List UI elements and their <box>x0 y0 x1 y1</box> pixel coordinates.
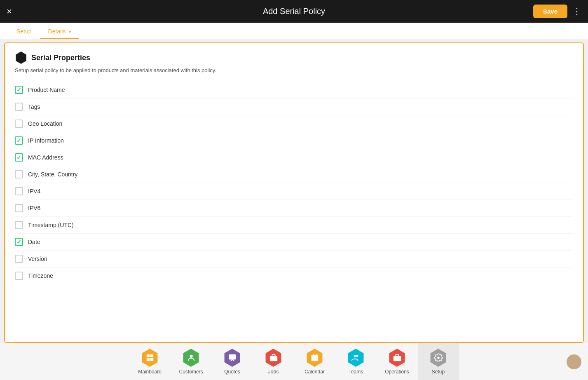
checkmark-icon: ✓ <box>16 137 21 144</box>
checkbox-mac_address[interactable]: ✓ <box>15 153 23 162</box>
checkbox-label-tags: Tags <box>28 103 40 110</box>
nav-item-teams[interactable]: Teams <box>335 343 377 380</box>
checkbox-label-timezone: Timezone <box>28 272 53 279</box>
checkmark-icon: ✓ <box>16 154 21 161</box>
nav-item-operations[interactable]: Operations <box>377 343 418 380</box>
checkbox-label-ipv6: IPV6 <box>28 205 40 211</box>
svg-rect-5 <box>229 354 236 360</box>
checkbox-timezone[interactable] <box>15 272 23 280</box>
checkbox-ipv6[interactable] <box>15 204 23 212</box>
top-bar-actions: Save ⋮ <box>533 5 581 18</box>
operations-icon <box>388 349 406 367</box>
nav-item-quotes[interactable]: Quotes <box>212 343 253 380</box>
customers-icon <box>182 349 200 367</box>
checkbox-row-timestamp_utc: Timestamp (UTC) <box>15 217 573 234</box>
checkbox-product_name[interactable]: ✓ <box>15 86 23 94</box>
checkbox-label-date: Date <box>28 239 40 245</box>
chevron-down-icon: ▾ <box>69 30 71 34</box>
nav-label-jobs: Jobs <box>268 369 279 375</box>
teams-icon <box>347 349 365 367</box>
nav-label-calendar: Calendar <box>305 369 325 375</box>
svg-point-16 <box>437 357 440 359</box>
svg-rect-7 <box>311 355 318 361</box>
quotes-icon <box>223 349 241 367</box>
checkbox-label-city_state_country: City, State, Country <box>28 171 77 178</box>
checkbox-tags[interactable] <box>15 103 23 111</box>
checkbox-label-ip_information: IP Information <box>28 137 64 144</box>
page-title: Add Serial Policy <box>263 7 325 16</box>
checkbox-row-version: Version <box>15 251 573 267</box>
checkmark-icon: ✓ <box>16 239 21 245</box>
checkbox-geo_location[interactable] <box>15 120 23 128</box>
jobs-icon <box>265 349 283 367</box>
calendar-icon <box>306 349 324 367</box>
section-header: Serial Properties <box>15 52 573 64</box>
more-options-button[interactable]: ⋮ <box>572 6 581 17</box>
tab-setup[interactable]: Setup <box>8 25 40 39</box>
svg-rect-1 <box>150 354 153 357</box>
checkbox-row-product_name: ✓Product Name <box>15 82 573 99</box>
checkbox-city_state_country[interactable] <box>15 170 23 178</box>
section-description: Setup serial policy to be applied to pro… <box>15 67 573 73</box>
checkbox-label-mac_address: MAC Address <box>28 154 63 161</box>
svg-point-4 <box>190 355 192 358</box>
checkbox-row-ip_information: ✓IP Information <box>15 132 573 149</box>
tabs-bar: Setup Details ▾ <box>0 23 588 39</box>
svg-rect-3 <box>150 358 153 361</box>
svg-point-11 <box>354 355 356 357</box>
checkbox-label-version: Version <box>28 256 47 262</box>
content-card: Serial Properties Setup serial policy to… <box>4 42 584 343</box>
nav-item-customers[interactable]: Customers <box>171 343 212 380</box>
checkbox-list: ✓Product NameTagsGeo Location✓IP Informa… <box>15 82 573 284</box>
checkbox-label-geo_location: Geo Location <box>28 120 62 127</box>
nav-label-operations: Operations <box>385 369 409 375</box>
checkbox-row-tags: Tags <box>15 99 573 115</box>
checkbox-timestamp_utc[interactable] <box>15 221 23 229</box>
mainboard-icon <box>141 349 159 367</box>
checkbox-ipv4[interactable] <box>15 187 23 195</box>
main-area: Serial Properties Setup serial policy to… <box>0 39 588 343</box>
svg-rect-0 <box>146 354 149 357</box>
close-button[interactable]: × <box>7 7 12 16</box>
checkbox-date[interactable]: ✓ <box>15 238 23 246</box>
section-title: Serial Properties <box>31 54 90 62</box>
nav-label-mainboard: Mainboard <box>138 369 162 375</box>
nav-label-setup: Setup <box>432 369 445 375</box>
svg-rect-2 <box>146 358 149 361</box>
nav-item-jobs[interactable]: Jobs <box>253 343 294 380</box>
save-button[interactable]: Save <box>533 5 567 18</box>
bottom-nav: MainboardCustomersQuotesJobsCalendarTeam… <box>0 343 588 380</box>
checkbox-row-mac_address: ✓MAC Address <box>15 149 573 166</box>
tab-details[interactable]: Details ▾ <box>40 25 80 39</box>
checkbox-row-ipv6: IPV6 <box>15 200 573 217</box>
nav-item-calendar[interactable]: Calendar <box>294 343 335 380</box>
nav-item-setup[interactable]: Setup <box>418 343 459 380</box>
checkbox-row-timezone: Timezone <box>15 267 573 284</box>
avatar <box>567 354 581 369</box>
checkbox-version[interactable] <box>15 255 23 263</box>
top-bar: × Add Serial Policy Save ⋮ <box>0 0 588 23</box>
svg-rect-6 <box>269 356 277 361</box>
checkmark-icon: ✓ <box>16 87 21 93</box>
setup-icon <box>429 349 447 367</box>
nav-label-customers: Customers <box>179 369 203 375</box>
checkbox-label-timestamp_utc: Timestamp (UTC) <box>28 222 74 228</box>
svg-point-12 <box>356 355 358 357</box>
nav-label-quotes: Quotes <box>224 369 240 375</box>
checkbox-ip_information[interactable]: ✓ <box>15 136 23 145</box>
section-hex-icon <box>15 52 27 64</box>
nav-item-mainboard[interactable]: Mainboard <box>129 343 171 380</box>
checkbox-row-geo_location: Geo Location <box>15 115 573 132</box>
checkbox-label-ipv4: IPV4 <box>28 188 40 195</box>
checkbox-label-product_name: Product Name <box>28 87 65 93</box>
checkbox-row-ipv4: IPV4 <box>15 183 573 200</box>
checkbox-row-city_state_country: City, State, Country <box>15 166 573 183</box>
checkbox-row-date: ✓Date <box>15 234 573 251</box>
nav-label-teams: Teams <box>349 369 363 375</box>
